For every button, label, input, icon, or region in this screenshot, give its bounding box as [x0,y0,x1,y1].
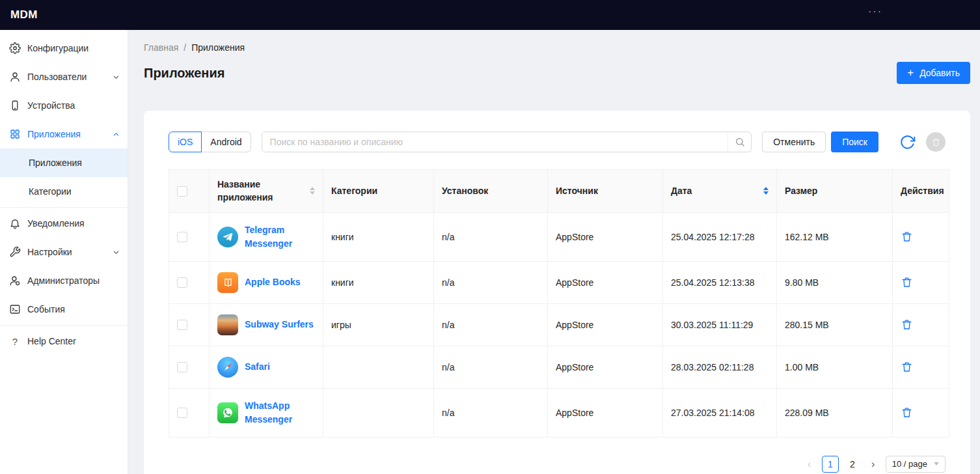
table-row: Apple Books книги n/a AppStore 25.04.202… [169,261,949,303]
refresh-button[interactable] [899,134,916,150]
cell-categories [323,388,434,437]
sidebar-item-users[interactable]: Пользователи [0,63,128,91]
safari-app-icon [217,357,238,378]
sidebar-item-applications[interactable]: Приложения [0,120,128,148]
delete-row-button[interactable] [901,406,913,419]
sidebar-item-label: Администраторы [27,275,120,286]
app-name-link[interactable]: WhatsApp Messenger [245,399,315,426]
trash-icon [901,361,913,373]
column-header-installs: Установок [442,186,488,196]
row-checkbox[interactable] [177,320,187,330]
breadcrumb-current: Приложения [191,42,245,53]
table-row: Subway Surfers игры n/a AppStore 30.03.2… [169,303,949,346]
breadcrumb: Главная / Приложения [144,42,970,53]
sidebar-item-notifications[interactable]: Уведомления [0,209,128,238]
chevron-down-icon [113,249,120,256]
row-checkbox[interactable] [177,408,187,418]
sidebar-subitem-label: Категории [29,186,72,197]
sidebar-item-settings[interactable]: Настройки [0,238,128,266]
app-name-link[interactable]: Apple Books [245,275,301,289]
breadcrumb-separator: / [184,42,186,53]
search-input[interactable] [262,132,728,152]
select-all-checkbox[interactable] [177,186,187,197]
bulk-delete-button-disabled[interactable] [926,132,946,152]
cancel-button[interactable]: Отменить [762,132,826,152]
sidebar-item-help-center[interactable]: ? Help Center [0,327,128,356]
cell-size: 280.15 MB [777,303,893,346]
cell-categories: игры [323,303,434,346]
admin-user-icon [9,275,21,286]
breadcrumb-home-link[interactable]: Главная [144,42,178,53]
delete-row-button[interactable] [901,276,913,288]
delete-row-button[interactable] [901,318,913,331]
cell-size: 1.00 MB [777,346,893,388]
cell-source: AppStore [548,212,663,261]
user-icon [9,71,21,83]
cell-date: 25.04.2025 12:17:28 [663,212,777,261]
column-header-size: Размер [785,186,817,196]
sidebar-item-configurations[interactable]: Конфигурации [0,34,128,63]
cell-source: AppStore [548,261,663,303]
sidebar-subitem-applications[interactable]: Приложения [0,148,128,177]
sidebar-item-label: Пользователи [27,72,106,82]
sidebar-divider [0,325,128,326]
filter-row: iOS Android Отменить Поиск [169,132,946,152]
sidebar-item-label: Настройки [27,247,106,257]
table-row: Telegram Messenger книги n/a AppStore 25… [169,212,949,261]
main-content: Главная / Приложения Приложения + Добави… [128,30,980,474]
column-header-categories: Категории [331,186,377,196]
cell-source: AppStore [548,346,663,388]
pagination-page-1[interactable]: 1 [822,456,839,473]
gear-icon [9,42,21,54]
search-button[interactable]: Поиск [831,132,878,152]
table-header-row: Название приложения Категории Установок … [169,170,949,213]
pagination-prev-button[interactable]: ‹ [802,456,817,473]
chevron-up-icon [113,131,120,138]
trash-icon [901,318,913,331]
app-name-link[interactable]: Telegram Messenger [245,223,315,251]
sidebar-subitem-label: Приложения [29,158,82,168]
platform-tab-ios[interactable]: iOS [169,132,202,152]
trash-icon [901,406,913,419]
delete-row-button[interactable] [901,361,913,373]
sidebar-item-devices[interactable]: Устройства [0,91,128,120]
wrench-icon [9,246,21,258]
sidebar-subitem-categories[interactable]: Категории [0,177,128,206]
subway-surfers-app-icon [217,314,238,335]
sidebar-item-events[interactable]: События [0,295,128,324]
topbar: MDM ··· [0,0,980,30]
search-box [262,132,752,152]
pagination-page-2[interactable]: 2 [844,456,861,473]
pagination: ‹ 1 2 › 10 / page [169,456,946,473]
platform-toggle: iOS Android [169,132,251,152]
sort-icon-date[interactable] [763,187,769,195]
row-checkbox[interactable] [177,277,187,288]
row-checkbox[interactable] [177,232,187,242]
page-size-select[interactable]: 10 / page [886,456,946,473]
overflow-menu-dots[interactable]: ··· [868,6,882,18]
sidebar: Конфигурации Пользователи Устройства При… [0,30,128,474]
cell-size: 9.80 MB [777,261,893,303]
app-name-link[interactable]: Subway Surfers [245,318,314,331]
sidebar-item-label: Устройства [27,100,120,111]
pagination-next-button[interactable]: › [866,456,880,473]
row-checkbox[interactable] [177,362,187,372]
sidebar-item-label: Конфигурации [27,43,120,53]
sort-icon-name[interactable] [310,187,315,195]
applications-table: Название приложения Категории Установок … [169,169,949,438]
cell-source: AppStore [548,303,663,346]
search-icon[interactable] [728,132,751,152]
cell-installs: n/a [434,346,548,388]
sidebar-item-administrators[interactable]: Администраторы [0,266,128,295]
page-title: Приложения [144,66,225,81]
platform-tab-android[interactable]: Android [202,132,251,152]
add-application-button[interactable]: + Добавить [897,62,970,84]
apple-books-app-icon [217,272,238,293]
delete-row-button[interactable] [901,230,913,243]
cell-size: 228.09 MB [777,388,893,437]
apps-grid-icon [9,128,21,140]
cell-categories [323,346,434,388]
app-name-link[interactable]: Safari [245,360,270,374]
terminal-icon [9,303,21,315]
telegram-app-icon [217,227,238,247]
